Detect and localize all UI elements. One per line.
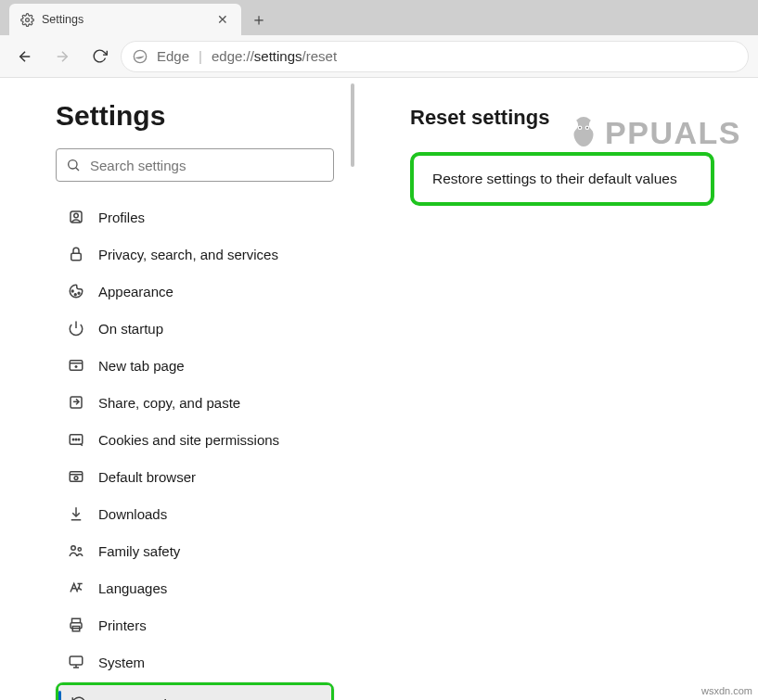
gear-icon: [20, 13, 34, 27]
newtab-icon: [67, 357, 85, 374]
sidebar-item-family[interactable]: Family safety: [56, 532, 334, 569]
sidebar-item-default-browser[interactable]: Default browser: [56, 458, 334, 495]
sidebar-item-label: Profiles: [98, 210, 145, 225]
svg-point-2: [69, 160, 77, 169]
address-url: edge://settings/reset: [212, 48, 337, 64]
svg-point-0: [26, 18, 30, 21]
default-browser-icon: [67, 468, 85, 485]
address-divider: |: [199, 48, 202, 64]
download-icon: [67, 505, 85, 522]
family-icon: [67, 542, 85, 559]
sidebar-item-label: Reset settings: [101, 696, 189, 701]
sidebar-item-languages[interactable]: Languages: [56, 569, 334, 606]
sidebar-item-startup[interactable]: On startup: [56, 310, 334, 347]
printer-icon: [67, 617, 85, 633]
sidebar-item-privacy[interactable]: Privacy, search, and services: [56, 235, 334, 273]
svg-point-8: [78, 292, 80, 294]
sidebar-item-reset[interactable]: Reset settings: [58, 685, 331, 700]
sidebar-item-system[interactable]: System: [56, 643, 334, 681]
search-icon: [66, 158, 81, 172]
sidebar-item-label: Appearance: [98, 284, 173, 299]
tab-strip: Settings ✕ ＋: [0, 0, 758, 35]
svg-point-22: [78, 548, 81, 551]
reset-icon: [70, 695, 88, 700]
cookies-icon: [67, 431, 85, 448]
sidebar-item-label: Default browser: [98, 469, 196, 485]
tab-title: Settings: [42, 13, 206, 26]
sidebar-item-printers[interactable]: Printers: [56, 606, 334, 643]
appearance-icon: [67, 283, 85, 299]
sidebar-item-label: System: [98, 655, 145, 670]
svg-point-21: [71, 546, 76, 551]
sidebar-item-cookies[interactable]: Cookies and site permissions: [56, 421, 334, 458]
svg-rect-5: [71, 253, 82, 261]
search-input[interactable]: [90, 158, 324, 173]
browser-tab-settings[interactable]: Settings ✕: [9, 4, 241, 35]
edge-icon: [133, 49, 148, 64]
forward-button[interactable]: [46, 41, 78, 72]
system-icon: [67, 654, 85, 670]
svg-point-6: [71, 290, 73, 292]
languages-icon: [67, 579, 85, 596]
sidebar-item-newtab[interactable]: New tab page: [56, 347, 334, 384]
svg-point-20: [74, 477, 78, 480]
sidebar-item-label: Downloads: [98, 506, 167, 522]
sidebar-item-appearance[interactable]: Appearance: [56, 273, 334, 310]
svg-point-17: [75, 439, 77, 440]
lock-icon: [67, 246, 85, 262]
profile-icon: [67, 209, 85, 225]
sidebar-item-share[interactable]: Share, copy, and paste: [56, 384, 334, 421]
sidebar-item-label: Privacy, search, and services: [98, 247, 278, 262]
svg-rect-25: [70, 656, 83, 665]
toolbar: Edge | edge://settings/reset: [0, 35, 758, 78]
sidebar-nav: Profiles Privacy, search, and services A…: [56, 198, 334, 700]
new-tab-button[interactable]: ＋: [243, 4, 275, 35]
search-settings-field[interactable]: [56, 148, 334, 182]
settings-main: Reset settings Restore settings to their…: [354, 78, 758, 700]
svg-point-4: [74, 213, 79, 218]
sidebar-item-downloads[interactable]: Downloads: [56, 495, 334, 532]
svg-point-1: [134, 50, 146, 62]
sidebar-item-label: Languages: [98, 580, 167, 596]
page-title: Settings: [56, 100, 345, 132]
svg-point-7: [74, 294, 76, 296]
sidebar-item-label: New tab page: [98, 358, 185, 374]
scrollbar-thumb[interactable]: [351, 83, 354, 167]
source-label: wsxdn.com: [701, 685, 752, 696]
sidebar-item-label: Cookies and site permissions: [98, 432, 279, 448]
settings-page: Settings Profiles Privacy, search, and s…: [0, 78, 758, 700]
reload-button[interactable]: [84, 41, 115, 72]
main-heading: Reset settings: [410, 106, 721, 130]
restore-defaults-label: Restore settings to their default values: [432, 171, 677, 187]
share-icon: [67, 394, 85, 411]
sidebar-item-label: Share, copy, and paste: [98, 395, 240, 411]
settings-sidebar: Settings Profiles Privacy, search, and s…: [0, 78, 354, 700]
address-brand: Edge: [157, 48, 189, 64]
restore-defaults-row[interactable]: Restore settings to their default values: [414, 156, 711, 202]
sidebar-item-label: Family safety: [98, 543, 180, 559]
sidebar-item-label: Printers: [98, 617, 147, 633]
back-button[interactable]: [9, 41, 41, 72]
power-icon: [67, 320, 85, 337]
restore-highlight: Restore settings to their default values: [410, 152, 714, 206]
close-tab-icon[interactable]: ✕: [213, 10, 232, 29]
svg-point-16: [72, 439, 74, 440]
sidebar-item-label: On startup: [98, 321, 163, 337]
address-bar[interactable]: Edge | edge://settings/reset: [121, 41, 749, 72]
svg-point-18: [78, 439, 80, 440]
sidebar-item-profiles[interactable]: Profiles: [56, 198, 334, 235]
